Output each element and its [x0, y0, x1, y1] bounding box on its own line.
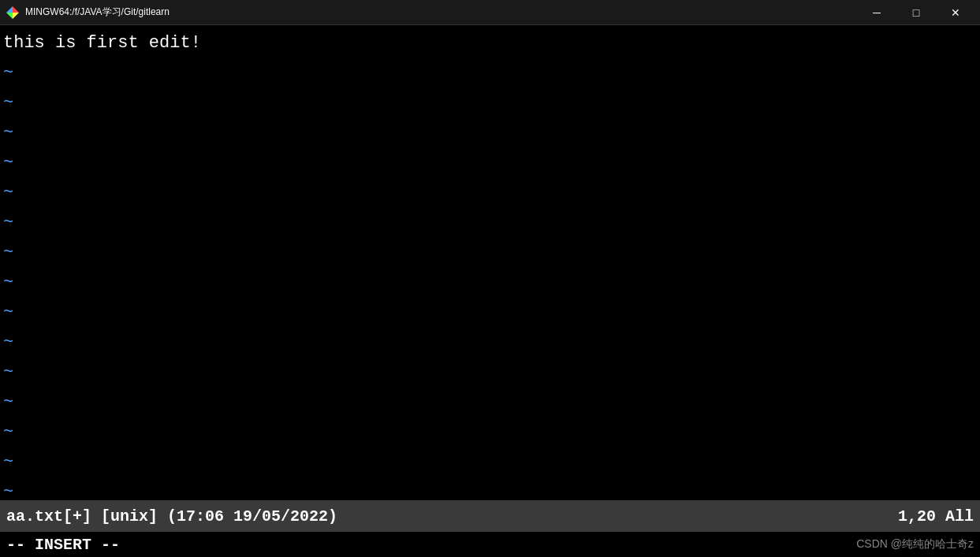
tilde-char: ~: [3, 268, 13, 298]
tilde-line-10: ~: [0, 328, 980, 358]
tilde-line-14: ~: [0, 447, 980, 477]
tilde-char: ~: [3, 358, 13, 388]
tilde-char: ~: [3, 118, 13, 148]
editor-area[interactable]: this is first edit! ~ ~ ~ ~ ~ ~ ~ ~ ~ ~ …: [0, 25, 980, 500]
tilde-char: ~: [3, 178, 13, 208]
tilde-line-5: ~: [0, 178, 980, 208]
minimize-button[interactable]: ─: [859, 0, 895, 25]
status-bar-position: 1,20 All: [898, 507, 974, 525]
title-bar-left: MINGW64:/f/JAVA学习/Git/gitlearn: [6, 6, 170, 19]
tilde-line-7: ~: [0, 238, 980, 268]
tilde-line-12: ~: [0, 388, 980, 418]
svg-marker-3: [13, 13, 19, 19]
tilde-char: ~: [3, 328, 13, 358]
first-line-content: this is first edit!: [3, 28, 201, 58]
tilde-char: ~: [3, 88, 13, 118]
tilde-char: ~: [3, 298, 13, 328]
vim-mode-text: -- INSERT --: [6, 536, 120, 554]
close-button[interactable]: ✕: [937, 0, 974, 25]
tilde-line-1: ~: [0, 58, 980, 88]
title-bar: MINGW64:/f/JAVA学习/Git/gitlearn ─ □ ✕: [0, 0, 980, 25]
svg-marker-1: [6, 6, 13, 13]
tilde-char: ~: [3, 447, 13, 477]
app-icon: [6, 6, 19, 19]
window-controls: ─ □ ✕: [859, 0, 974, 25]
tilde-char: ~: [3, 388, 13, 418]
tilde-char: ~: [3, 477, 13, 500]
tilde-line-9: ~: [0, 298, 980, 328]
tilde-line-15: ~: [0, 477, 980, 500]
tilde-line-13: ~: [0, 418, 980, 447]
maximize-button[interactable]: □: [898, 0, 934, 25]
tilde-char: ~: [3, 148, 13, 178]
tilde-line-6: ~: [0, 208, 980, 238]
tilde-line-8: ~: [0, 268, 980, 298]
tilde-char: ~: [3, 208, 13, 238]
tilde-line-3: ~: [0, 118, 980, 148]
status-bar-file-info: aa.txt[+] [unix] (17:06 19/05/2022): [6, 507, 337, 525]
window-title: MINGW64:/f/JAVA学习/Git/gitlearn: [25, 6, 170, 19]
tilde-line-2: ~: [0, 88, 980, 118]
tilde-char: ~: [3, 238, 13, 268]
svg-marker-2: [6, 13, 13, 19]
tilde-char: ~: [3, 58, 13, 88]
tilde-line-4: ~: [0, 148, 980, 178]
watermark: CSDN @纯纯的哈士奇z: [856, 537, 974, 551]
tilde-char: ~: [3, 418, 13, 447]
svg-marker-0: [13, 6, 19, 13]
first-line: this is first edit!: [0, 28, 980, 58]
vim-status-bar: aa.txt[+] [unix] (17:06 19/05/2022) 1,20…: [0, 500, 980, 532]
tilde-line-11: ~: [0, 358, 980, 388]
vim-mode-bar: -- INSERT -- CSDN @纯纯的哈士奇z: [0, 532, 980, 557]
